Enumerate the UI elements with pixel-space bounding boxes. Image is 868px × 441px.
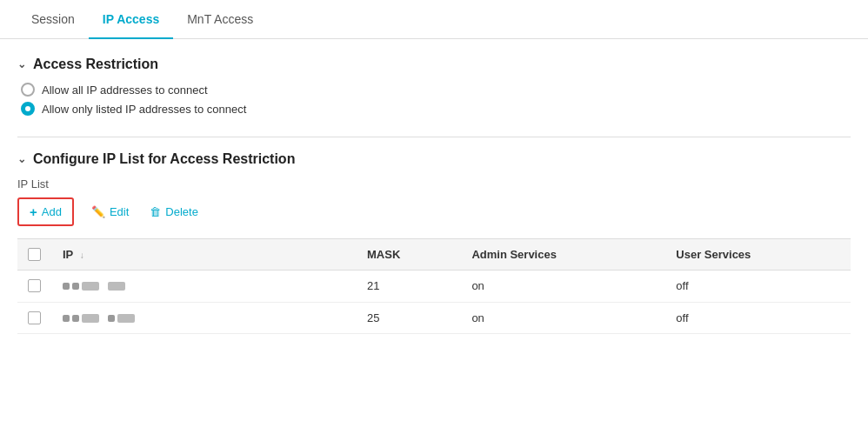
add-button[interactable]: + Add — [17, 197, 74, 226]
ip-blur-block-1 — [82, 282, 99, 291]
row2-ip-cell — [52, 302, 357, 334]
row2-checkbox-cell — [17, 302, 52, 334]
ip-blur-dot-2 — [72, 283, 79, 290]
row2-user-services-cell: off — [665, 302, 851, 334]
radio-allow-listed[interactable]: Allow only listed IP addresses to connec… — [21, 102, 851, 116]
row1-admin-services-value: on — [471, 279, 484, 292]
sort-icon[interactable]: ↓ — [80, 251, 84, 260]
header-checkbox[interactable] — [28, 248, 41, 261]
delete-button[interactable]: 🗑 Delete — [146, 200, 202, 224]
row1-ip-cell — [52, 271, 357, 303]
ip-blur-block-3 — [82, 314, 99, 323]
ip-list-toolbar: + Add ✏️ Edit 🗑 Delete — [17, 197, 851, 226]
ip-blur-block-4 — [117, 314, 135, 323]
ip-blur-dot-5 — [108, 315, 115, 322]
row1-checkbox[interactable] — [28, 279, 41, 292]
th-user-services: User Services — [665, 239, 851, 271]
ip-blur-dot-3 — [63, 315, 70, 322]
row1-checkbox-cell — [17, 271, 52, 303]
tab-bar: Session IP Access MnT Access — [0, 0, 868, 39]
row2-checkbox[interactable] — [28, 311, 41, 324]
access-restriction-section: ⌄ Access Restriction Allow all IP addres… — [17, 57, 851, 116]
row1-mask-cell: 21 — [357, 271, 461, 303]
row1-admin-services-cell: on — [461, 271, 665, 303]
th-admin-services: Admin Services — [461, 239, 665, 271]
table-row: 21 on off — [17, 271, 851, 303]
tab-session[interactable]: Session — [17, 0, 89, 38]
row2-admin-services-value: on — [471, 311, 484, 324]
edit-label: Edit — [110, 205, 129, 218]
ip-blur-dot-4 — [72, 315, 79, 322]
ip-blur-block-2 — [108, 282, 125, 291]
row2-admin-services-cell: on — [461, 302, 665, 334]
ip-list-section-header: ⌄ Configure IP List for Access Restricti… — [17, 151, 851, 167]
table-body: 21 on off — [17, 271, 851, 334]
ip-blur-dot-1 — [63, 283, 70, 290]
row2-user-services-value: off — [676, 311, 688, 324]
row2-ip-value — [63, 311, 135, 324]
ip-list-chevron-icon[interactable]: ⌄ — [17, 153, 26, 165]
edit-button[interactable]: ✏️ Edit — [88, 200, 132, 224]
access-restriction-radio-group: Allow all IP addresses to connect Allow … — [17, 83, 851, 116]
main-content: ⌄ Access Restriction Allow all IP addres… — [0, 39, 868, 372]
radio-allow-all[interactable]: Allow all IP addresses to connect — [21, 83, 851, 97]
add-label: Add — [42, 205, 62, 218]
table-header-row: IP ↓ MASK Admin Services User Services — [17, 239, 851, 271]
radio-allow-listed-circle[interactable] — [21, 102, 35, 116]
radio-allow-all-circle[interactable] — [21, 83, 35, 97]
row1-user-services-cell: off — [665, 271, 851, 303]
row1-mask-value: 21 — [367, 279, 379, 292]
row1-ip-value — [63, 280, 125, 293]
th-checkbox — [17, 239, 52, 271]
tab-ip-access[interactable]: IP Access — [89, 0, 173, 38]
th-ip[interactable]: IP ↓ — [52, 239, 357, 271]
th-mask: MASK — [357, 239, 461, 271]
row2-mask-value: 25 — [367, 311, 379, 324]
access-restriction-header: ⌄ Access Restriction — [17, 57, 851, 72]
delete-label: Delete — [165, 205, 198, 218]
ip-list-section: ⌄ Configure IP List for Access Restricti… — [17, 151, 851, 334]
row1-user-services-value: off — [676, 279, 688, 292]
plus-icon: + — [30, 204, 37, 219]
edit-icon: ✏️ — [91, 205, 105, 218]
ip-list-label: IP List — [17, 177, 851, 190]
delete-icon: 🗑 — [150, 205, 161, 218]
row2-mask-cell: 25 — [357, 302, 461, 334]
section-divider — [17, 137, 851, 137]
radio-allow-all-label: Allow all IP addresses to connect — [42, 84, 208, 97]
radio-allow-listed-label: Allow only listed IP addresses to connec… — [42, 103, 246, 116]
chevron-icon[interactable]: ⌄ — [17, 58, 26, 70]
ip-table: IP ↓ MASK Admin Services User Services — [17, 238, 851, 334]
table-row: 25 on off — [17, 302, 851, 334]
ip-list-section-title: Configure IP List for Access Restriction — [33, 151, 295, 167]
tab-mnt-access[interactable]: MnT Access — [173, 0, 267, 38]
access-restriction-title: Access Restriction — [33, 57, 158, 72]
